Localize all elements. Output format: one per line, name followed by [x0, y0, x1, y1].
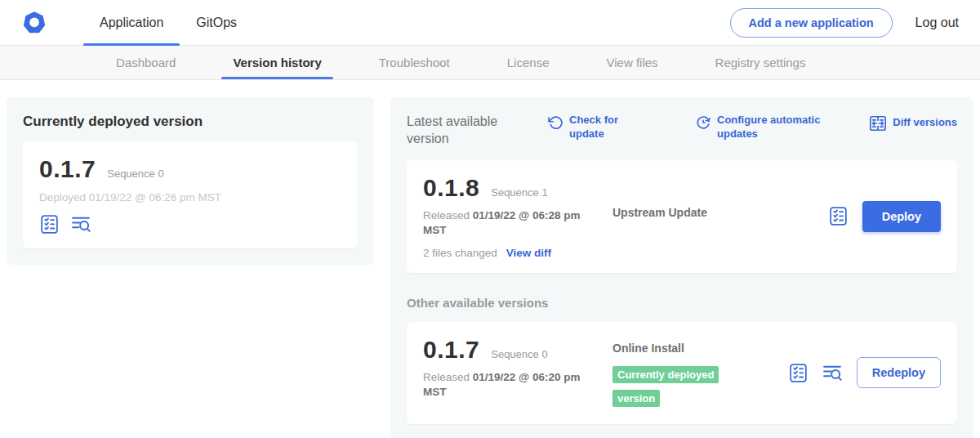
- deployed-panel-title: Currently deployed version: [23, 114, 358, 130]
- available-updates-panel: Latest available version Check for updat…: [390, 97, 973, 438]
- deployed-version-card: 0.1.7 Sequence 0 Deployed 01/19/22 @ 06:…: [23, 141, 358, 248]
- top-nav-right: Add a new application Log out: [730, 0, 959, 45]
- diff-versions-link[interactable]: Diff versions: [869, 114, 957, 132]
- app-subnav: Dashboard Version history Troubleshoot L…: [0, 46, 980, 80]
- split-diff-icon: [869, 114, 887, 132]
- redeploy-button[interactable]: Redeploy: [857, 357, 941, 388]
- latest-available-title: Latest available version: [407, 114, 519, 148]
- deployed-version-number: 0.1.7: [39, 155, 96, 183]
- top-nav-tabs: Application GitOps: [83, 0, 253, 45]
- files-changed-label: 2 files changed: [423, 247, 497, 259]
- latest-source-label: Upstream Update: [612, 206, 707, 219]
- view-diff-link[interactable]: View diff: [506, 247, 551, 259]
- refresh-icon: [547, 114, 564, 131]
- main-content: Currently deployed version 0.1.7 Sequenc…: [0, 80, 980, 438]
- check-for-update-link[interactable]: Check for update: [547, 114, 628, 141]
- other-released-timestamp: Released 01/19/22 @ 06:20 pm MST: [423, 370, 601, 400]
- other-version-card: 0.1.7 Sequence 0 Released 01/19/22 @ 06:…: [407, 322, 957, 424]
- latest-version-card: 0.1.8 Sequence 1 Released 01/19/22 @ 06:…: [407, 160, 957, 273]
- subnav-item-troubleshoot[interactable]: Troubleshoot: [379, 46, 450, 79]
- currently-deployed-badge: Currently deployed version: [612, 366, 719, 407]
- configure-automatic-updates-label: Configure automatic updates: [717, 114, 831, 141]
- deploy-button[interactable]: Deploy: [862, 201, 941, 232]
- view-logs-icon[interactable]: [822, 363, 843, 383]
- latest-sequence-label: Sequence 1: [491, 186, 547, 199]
- subnav-item-license[interactable]: License: [507, 46, 550, 79]
- subnav-item-dashboard[interactable]: Dashboard: [116, 46, 176, 79]
- add-new-application-button[interactable]: Add a new application: [730, 8, 893, 38]
- other-sequence-label: Sequence 0: [491, 348, 547, 360]
- deployed-timestamp: Deployed 01/19/22 @ 06:26 pm MST: [39, 191, 341, 203]
- release-notes-icon[interactable]: [39, 214, 60, 235]
- other-versions-title: Other available versions: [407, 296, 957, 310]
- subnav-item-version-history[interactable]: Version history: [233, 46, 321, 79]
- clock-refresh-icon: [695, 114, 711, 131]
- currently-deployed-panel: Currently deployed version 0.1.7 Sequenc…: [7, 97, 374, 265]
- view-logs-icon[interactable]: [71, 214, 91, 235]
- diff-versions-label: Diff versions: [893, 116, 957, 130]
- release-notes-icon[interactable]: [828, 206, 849, 226]
- subnav-item-registry-settings[interactable]: Registry settings: [715, 46, 806, 79]
- release-notes-icon[interactable]: [788, 363, 808, 383]
- tab-gitops[interactable]: GitOps: [180, 0, 253, 45]
- updates-header: Latest available version Check for updat…: [407, 114, 957, 148]
- tab-application[interactable]: Application: [83, 0, 180, 45]
- top-nav: Application GitOps Add a new application…: [0, 0, 980, 46]
- subnav-item-view-files[interactable]: View files: [606, 46, 657, 79]
- configure-automatic-updates-link[interactable]: Configure automatic updates: [695, 114, 831, 141]
- latest-version-number: 0.1.8: [423, 174, 479, 202]
- app-logo-icon: [21, 0, 47, 45]
- other-source-label: Online Install: [612, 342, 788, 355]
- other-version-number: 0.1.7: [423, 336, 479, 364]
- latest-released-timestamp: Released 01/19/22 @ 06:28 pm MST: [423, 208, 601, 238]
- logout-link[interactable]: Log out: [915, 16, 959, 30]
- check-for-update-label: Check for update: [569, 114, 628, 141]
- deployed-sequence-label: Sequence 0: [107, 168, 163, 180]
